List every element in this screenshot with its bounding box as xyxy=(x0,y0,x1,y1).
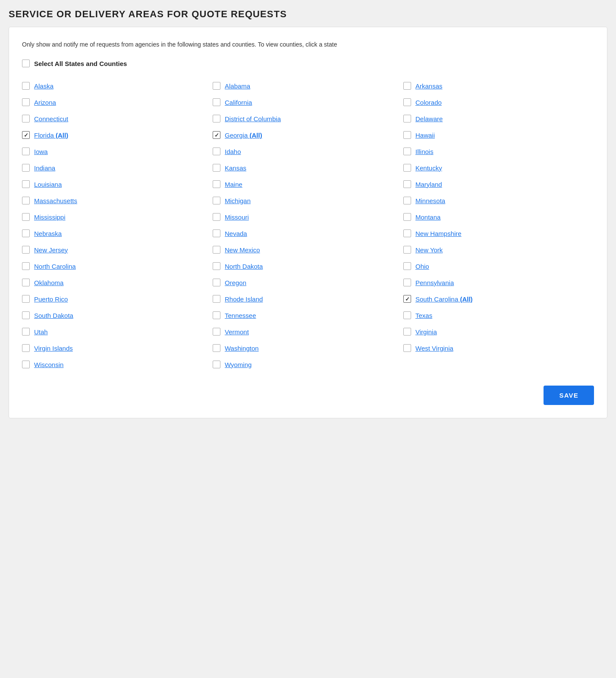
state-link-virgin_islands[interactable]: Virgin Islands xyxy=(34,345,73,352)
state-link-california[interactable]: California xyxy=(225,99,252,106)
checkbox-vermont[interactable] xyxy=(213,328,220,336)
checkbox-puerto_rico[interactable] xyxy=(22,295,30,303)
state-link-ohio[interactable]: Ohio xyxy=(415,263,429,270)
checkbox-massachusetts[interactable] xyxy=(22,197,30,204)
state-link-alaska[interactable]: Alaska xyxy=(34,82,53,90)
checkbox-wyoming[interactable] xyxy=(213,361,220,368)
state-link-south_carolina[interactable]: South Carolina (All) xyxy=(415,295,473,303)
checkbox-michigan[interactable] xyxy=(213,197,220,204)
checkbox-west_virginia[interactable] xyxy=(403,344,411,352)
checkbox-rhode_island[interactable] xyxy=(213,295,220,303)
checkbox-new_jersey[interactable] xyxy=(22,246,30,254)
state-link-vermont[interactable]: Vermont xyxy=(225,328,249,336)
state-link-new_york[interactable]: New York xyxy=(415,246,443,254)
checkbox-new_mexico[interactable] xyxy=(213,246,220,254)
checkbox-iowa[interactable] xyxy=(22,148,30,155)
checkbox-alabama[interactable] xyxy=(213,82,220,90)
state-link-montana[interactable]: Montana xyxy=(415,213,440,221)
checkbox-south_carolina[interactable] xyxy=(403,295,411,303)
state-link-iowa[interactable]: Iowa xyxy=(34,148,48,155)
checkbox-florida[interactable] xyxy=(22,131,30,139)
state-link-virginia[interactable]: Virginia xyxy=(415,328,437,336)
state-link-idaho[interactable]: Idaho xyxy=(225,148,241,155)
checkbox-tennessee[interactable] xyxy=(213,311,220,319)
state-link-hawaii[interactable]: Hawaii xyxy=(415,132,435,139)
checkbox-north_dakota[interactable] xyxy=(213,262,220,270)
state-link-utah[interactable]: Utah xyxy=(34,328,48,336)
state-link-oklahoma[interactable]: Oklahoma xyxy=(34,279,63,286)
checkbox-kansas[interactable] xyxy=(213,164,220,172)
state-link-puerto_rico[interactable]: Puerto Rico xyxy=(34,295,68,303)
checkbox-louisiana[interactable] xyxy=(22,180,30,188)
state-link-arizona[interactable]: Arizona xyxy=(34,99,56,106)
state-link-missouri[interactable]: Missouri xyxy=(225,213,249,221)
checkbox-indiana[interactable] xyxy=(22,164,30,172)
checkbox-new_hampshire[interactable] xyxy=(403,229,411,237)
checkbox-alaska[interactable] xyxy=(22,82,30,90)
checkbox-new_york[interactable] xyxy=(403,246,411,254)
checkbox-arkansas[interactable] xyxy=(403,82,411,90)
checkbox-minnesota[interactable] xyxy=(403,197,411,204)
checkbox-arizona[interactable] xyxy=(22,98,30,106)
checkbox-delaware[interactable] xyxy=(403,115,411,122)
state-link-dc[interactable]: District of Columbia xyxy=(225,115,281,122)
state-link-indiana[interactable]: Indiana xyxy=(34,164,55,172)
state-link-minnesota[interactable]: Minnesota xyxy=(415,197,445,204)
checkbox-pennsylvania[interactable] xyxy=(403,279,411,286)
state-link-mississippi[interactable]: Mississippi xyxy=(34,213,66,221)
checkbox-kentucky[interactable] xyxy=(403,164,411,172)
checkbox-ohio[interactable] xyxy=(403,262,411,270)
checkbox-connecticut[interactable] xyxy=(22,115,30,122)
checkbox-georgia[interactable] xyxy=(213,131,220,139)
checkbox-maine[interactable] xyxy=(213,180,220,188)
state-link-new_hampshire[interactable]: New Hampshire xyxy=(415,230,462,237)
state-link-nevada[interactable]: Nevada xyxy=(225,230,247,237)
state-link-rhode_island[interactable]: Rhode Island xyxy=(225,295,263,303)
state-link-west_virginia[interactable]: West Virginia xyxy=(415,345,453,352)
checkbox-virginia[interactable] xyxy=(403,328,411,336)
checkbox-nevada[interactable] xyxy=(213,229,220,237)
state-link-louisiana[interactable]: Louisiana xyxy=(34,181,62,188)
checkbox-virgin_islands[interactable] xyxy=(22,344,30,352)
state-link-illinois[interactable]: Illinois xyxy=(415,148,434,155)
state-link-maine[interactable]: Maine xyxy=(225,181,242,188)
checkbox-maryland[interactable] xyxy=(403,180,411,188)
checkbox-nebraska[interactable] xyxy=(22,229,30,237)
checkbox-mississippi[interactable] xyxy=(22,213,30,221)
state-link-michigan[interactable]: Michigan xyxy=(225,197,251,204)
state-link-tennessee[interactable]: Tennessee xyxy=(225,312,256,319)
checkbox-dc[interactable] xyxy=(213,115,220,122)
checkbox-colorado[interactable] xyxy=(403,98,411,106)
state-link-nebraska[interactable]: Nebraska xyxy=(34,230,62,237)
state-link-maryland[interactable]: Maryland xyxy=(415,181,442,188)
save-button[interactable]: SAVE xyxy=(544,386,594,405)
state-link-pennsylvania[interactable]: Pennsylvania xyxy=(415,279,454,286)
state-link-connecticut[interactable]: Connecticut xyxy=(34,115,68,122)
state-link-texas[interactable]: Texas xyxy=(415,312,432,319)
state-link-alabama[interactable]: Alabama xyxy=(225,82,250,90)
state-link-south_dakota[interactable]: South Dakota xyxy=(34,312,73,319)
checkbox-hawaii[interactable] xyxy=(403,131,411,139)
state-link-kentucky[interactable]: Kentucky xyxy=(415,164,442,172)
checkbox-utah[interactable] xyxy=(22,328,30,336)
checkbox-idaho[interactable] xyxy=(213,148,220,155)
select-all-checkbox[interactable] xyxy=(22,60,30,67)
state-link-wisconsin[interactable]: Wisconsin xyxy=(34,361,63,368)
state-link-colorado[interactable]: Colorado xyxy=(415,99,442,106)
checkbox-montana[interactable] xyxy=(403,213,411,221)
state-link-new_mexico[interactable]: New Mexico xyxy=(225,246,260,254)
checkbox-north_carolina[interactable] xyxy=(22,262,30,270)
state-link-new_jersey[interactable]: New Jersey xyxy=(34,246,68,254)
state-link-north_carolina[interactable]: North Carolina xyxy=(34,263,76,270)
state-link-georgia[interactable]: Georgia (All) xyxy=(225,132,262,139)
state-link-washington[interactable]: Washington xyxy=(225,345,259,352)
state-link-kansas[interactable]: Kansas xyxy=(225,164,246,172)
checkbox-california[interactable] xyxy=(213,98,220,106)
checkbox-south_dakota[interactable] xyxy=(22,311,30,319)
state-link-north_dakota[interactable]: North Dakota xyxy=(225,263,263,270)
state-link-florida[interactable]: Florida (All) xyxy=(34,132,68,139)
checkbox-oklahoma[interactable] xyxy=(22,279,30,286)
checkbox-oregon[interactable] xyxy=(213,279,220,286)
state-link-wyoming[interactable]: Wyoming xyxy=(225,361,251,368)
state-link-oregon[interactable]: Oregon xyxy=(225,279,246,286)
